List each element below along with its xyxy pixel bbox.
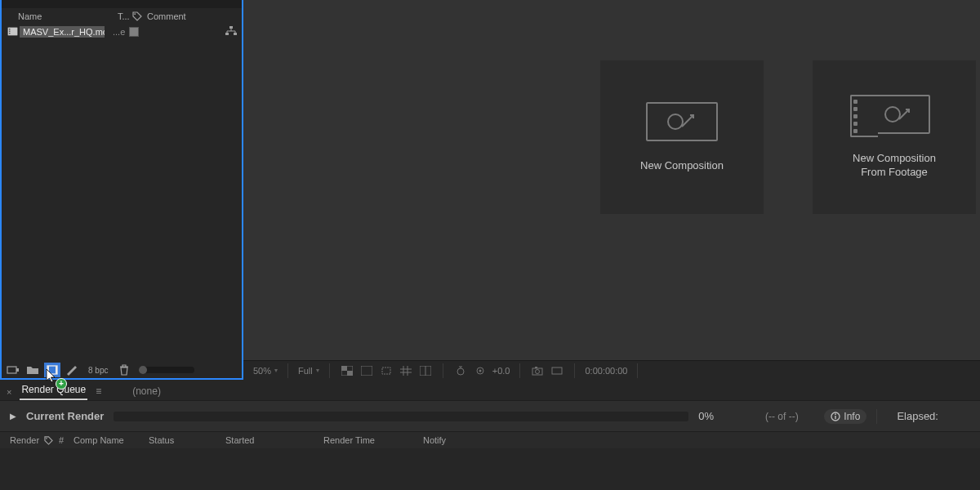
active-comp-label: (none) [132, 385, 161, 400]
movie-file-icon [7, 26, 18, 38]
mask-visibility-icon[interactable] [359, 364, 374, 377]
svg-rect-2 [9, 29, 11, 30]
column-name[interactable]: Name [18, 11, 118, 21]
thumbnail-size-slider[interactable] [139, 367, 194, 373]
chevron-down-icon: ▾ [316, 367, 319, 374]
panel-menu-icon[interactable]: ≡ [96, 385, 101, 400]
info-icon [831, 412, 840, 421]
composition-from-footage-icon [858, 95, 930, 134]
svg-rect-9 [16, 368, 19, 372]
composition-viewer: New Composition New CompositionFrom Foot… [243, 0, 980, 380]
svg-rect-4 [9, 33, 11, 34]
column-comp-name[interactable]: Comp Name [74, 435, 149, 445]
svg-point-21 [457, 368, 464, 375]
transparency-grid-icon[interactable] [340, 364, 354, 377]
tab-render-queue[interactable]: Render Queue [20, 381, 87, 400]
svg-rect-7 [234, 33, 237, 35]
svg-rect-29 [835, 416, 836, 419]
project-item-type: ...e [113, 27, 127, 37]
svg-point-13 [668, 114, 683, 129]
svg-rect-17 [347, 371, 353, 376]
zoom-dropdown[interactable]: 50%▾ [253, 366, 278, 376]
svg-rect-12 [56, 366, 57, 374]
project-column-header: Name T... Comment [2, 8, 242, 24]
render-queue-columns: Render # Comp Name Status Started Render… [0, 432, 980, 448]
card-label: New Composition [640, 159, 724, 173]
project-settings-icon[interactable] [64, 363, 80, 377]
column-comment[interactable]: Comment [147, 11, 186, 21]
svg-rect-16 [341, 366, 347, 371]
bit-depth-button[interactable]: 8 bpc [83, 366, 113, 375]
render-percent: 0% [698, 410, 739, 422]
close-panel-icon[interactable]: × [7, 387, 11, 400]
interpret-footage-icon[interactable] [5, 363, 21, 377]
viewer-footer: 50%▾ Full▾ +0.0 [243, 360, 980, 380]
svg-rect-26 [535, 367, 537, 368]
label-swatch[interactable] [129, 27, 139, 37]
flowchart-icon[interactable] [225, 26, 237, 36]
current-render-label: Current Render [26, 410, 104, 422]
exposure-value[interactable]: +0.0 [492, 366, 510, 376]
project-footer: 8 bpc + [2, 362, 242, 378]
composition-icon [646, 102, 718, 141]
column-render-time[interactable]: Render Time [323, 435, 423, 445]
column-render[interactable]: Render [10, 435, 44, 445]
trash-icon[interactable] [116, 363, 132, 377]
twirl-icon[interactable]: ▶ [10, 412, 16, 421]
resolution-dropdown[interactable]: Full▾ [298, 366, 319, 376]
exposure-reset-icon[interactable] [473, 364, 488, 377]
svg-rect-6 [225, 33, 229, 35]
svg-point-14 [885, 107, 900, 122]
snapshot-icon[interactable] [530, 364, 545, 377]
tag-icon[interactable] [44, 436, 59, 445]
tag-icon[interactable] [132, 11, 147, 21]
timecode[interactable]: 0:00:00:00 [585, 366, 627, 376]
project-item-name[interactable]: MASV_Ex...r_HQ.mov [20, 26, 105, 38]
new-composition-icon[interactable] [44, 363, 60, 377]
card-label: New CompositionFrom Footage [853, 152, 936, 180]
info-button[interactable]: Info [824, 409, 866, 424]
region-of-interest-icon[interactable] [379, 364, 394, 377]
svg-point-0 [134, 13, 136, 15]
show-snapshot-icon[interactable] [550, 364, 564, 377]
new-composition-card[interactable]: New Composition [600, 60, 764, 214]
svg-rect-3 [9, 31, 11, 33]
new-composition-from-footage-card[interactable]: New CompositionFrom Footage [813, 60, 976, 214]
column-notify[interactable]: Notify [423, 435, 446, 445]
grid-icon[interactable] [399, 364, 413, 377]
new-folder-icon[interactable] [24, 363, 41, 377]
render-progress-bar [114, 412, 688, 421]
svg-point-30 [835, 413, 836, 415]
render-queue-panel: × Render Queue ≡ (none) ▶ Current Render… [0, 380, 980, 490]
stopwatch-icon[interactable] [453, 364, 468, 377]
project-panel[interactable]: Name T... Comment MASV_Ex...r_HQ.mov ...… [0, 0, 243, 380]
column-number[interactable]: # [59, 435, 74, 445]
render-queue-body[interactable] [0, 448, 980, 490]
svg-rect-27 [552, 368, 562, 374]
svg-rect-5 [229, 26, 233, 29]
column-status[interactable]: Status [149, 435, 225, 445]
column-type[interactable]: T... [118, 11, 132, 21]
render-frames: (-- of --) [749, 411, 814, 422]
chevron-down-icon: ▾ [274, 367, 278, 374]
svg-point-31 [46, 438, 47, 439]
column-started[interactable]: Started [225, 435, 323, 445]
project-item-row[interactable]: MASV_Ex...r_HQ.mov ...e [2, 24, 242, 38]
guides-icon[interactable] [418, 364, 433, 377]
svg-point-25 [536, 369, 540, 373]
svg-point-23 [479, 369, 481, 372]
svg-rect-8 [7, 367, 16, 373]
svg-rect-11 [47, 366, 49, 374]
svg-rect-18 [361, 366, 372, 376]
elapsed-label: Elapsed: [897, 410, 938, 422]
svg-rect-19 [382, 368, 390, 374]
